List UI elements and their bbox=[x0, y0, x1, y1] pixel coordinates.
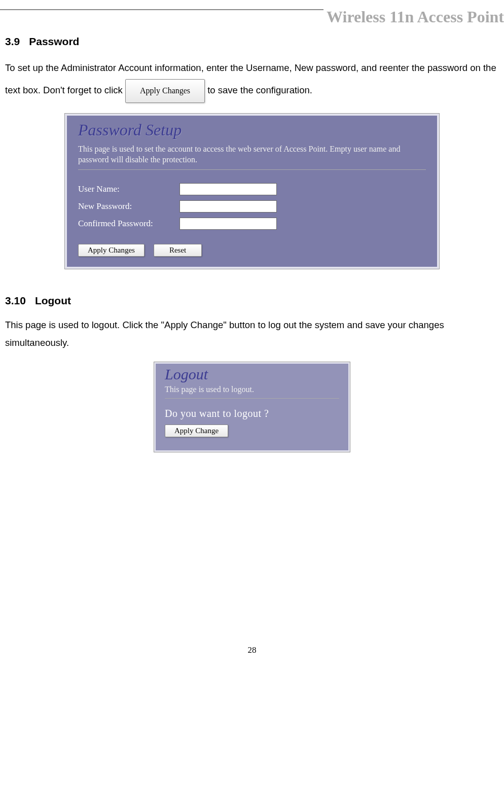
section-3-9-body: To set up the Administrator Account info… bbox=[5, 57, 499, 103]
logout-question: Do you want to logout ? bbox=[165, 408, 339, 419]
section-num: 3.9 bbox=[5, 36, 20, 48]
logout-panel-title: Logout bbox=[165, 366, 339, 383]
password-setup-screenshot: Password Setup This page is used to set … bbox=[64, 113, 440, 269]
confirmed-password-input[interactable] bbox=[179, 218, 277, 230]
apply-changes-inline-button: Apply Changes bbox=[125, 79, 205, 102]
section-3-9-heading: 3.9Password bbox=[5, 36, 499, 48]
username-input[interactable] bbox=[179, 183, 277, 195]
section-3-10-heading: 3.10Logout bbox=[5, 295, 499, 307]
doc-header-title: Wireless 11n Access Point bbox=[323, 8, 504, 26]
panel-title: Password Setup bbox=[78, 121, 426, 139]
new-password-label: New Password: bbox=[78, 201, 179, 211]
text-after-btn: to save the configuration. bbox=[207, 85, 312, 95]
logout-panel-desc: This page is used to logout. bbox=[165, 385, 339, 394]
apply-change-button[interactable]: Apply Change bbox=[165, 425, 228, 437]
panel-desc: This page is used to set the account to … bbox=[78, 144, 426, 165]
new-password-input[interactable] bbox=[179, 200, 277, 213]
section-title: Logout bbox=[35, 295, 71, 306]
section-3-10-body: This page is used to logout. Click the "… bbox=[5, 316, 499, 351]
username-label: User Name: bbox=[78, 184, 179, 194]
logout-screenshot: Logout This page is used to logout. Do y… bbox=[154, 362, 350, 452]
confirmed-password-label: Confirmed Password: bbox=[78, 219, 179, 229]
apply-changes-button[interactable]: Apply Changes bbox=[78, 244, 145, 257]
section-title: Password bbox=[29, 36, 79, 47]
page-number: 28 bbox=[5, 645, 499, 655]
section-num: 3.10 bbox=[5, 295, 26, 307]
reset-button[interactable]: Reset bbox=[154, 244, 202, 257]
